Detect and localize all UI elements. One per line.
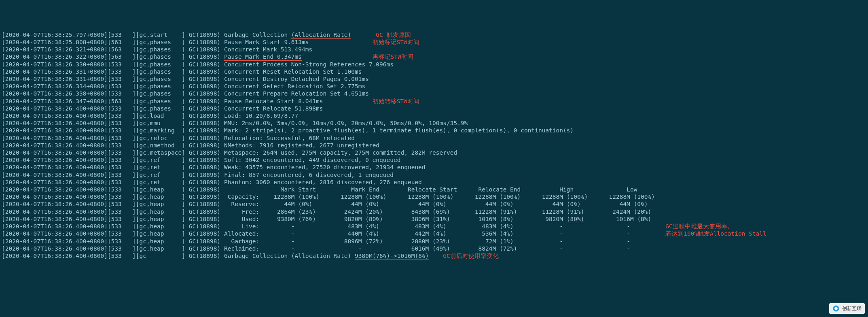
log-line: [2020-04-07T16:38:26.400+0800][533 ][gc,… bbox=[2, 245, 866, 252]
log-text: Capacity: 12288M (100%) 12288M (100%) 12… bbox=[224, 194, 655, 200]
highlighted-value: Pause Mark Start 9.613ms bbox=[224, 39, 309, 46]
log-line: [2020-04-07T16:38:26.400+0800][533 ][gc,… bbox=[2, 193, 866, 200]
log-timestamp: [2020-04-07T16:38:26.400+0800][533 ] bbox=[2, 238, 136, 245]
log-line: [2020-04-07T16:38:26.400+0800][533 ][gc,… bbox=[2, 164, 866, 171]
log-text: MMU: 2ms/0.0%, 5ms/0.0%, 10ms/0.0%, 20ms… bbox=[224, 120, 468, 126]
log-line: [2020-04-07T16:38:26.400+0800][533 ][gc,… bbox=[2, 119, 866, 127]
log-tag: [gc,heap ] bbox=[136, 223, 185, 230]
log-text: Live: - 483M (4%) 483M (4%) 483M (4%) - … bbox=[224, 223, 630, 230]
gc-id: GC(18898) bbox=[185, 32, 224, 38]
gc-id: GC(18898) bbox=[185, 230, 224, 237]
gc-log-output: [2020-04-07T16:38:25.797+0800][533 ][gc,… bbox=[2, 31, 866, 260]
log-timestamp: [2020-04-07T16:38:26.400+0800][533 ] bbox=[2, 194, 136, 200]
log-tag: [gc,ref ] bbox=[136, 179, 185, 185]
watermark-logo-icon bbox=[832, 305, 840, 312]
annotation: 初始转移STW时间 bbox=[323, 98, 419, 104]
log-line: [2020-04-07T16:38:25.808+0800][563 ][gc,… bbox=[2, 38, 866, 46]
log-timestamp: [2020-04-07T16:38:26.347+0800][563 ] bbox=[2, 98, 136, 104]
log-timestamp: [2020-04-07T16:38:26.322+0800][563 ] bbox=[2, 53, 136, 60]
log-text: Mark Start Mark End Relocate Start Reloc… bbox=[224, 186, 637, 193]
log-tag: [gc,phases ] bbox=[136, 39, 185, 45]
log-timestamp: [2020-04-07T16:38:26.330+0800][533 ] bbox=[2, 61, 136, 68]
log-text: Relocation: Successful, 68M relocated bbox=[224, 135, 355, 141]
log-text: Allocated: - 440M (4%) 442M (4%) 536M (4… bbox=[224, 230, 630, 237]
log-line: [2020-04-07T16:38:26.400+0800][533 ][gc,… bbox=[2, 142, 866, 149]
gc-id: GC(18898) bbox=[185, 105, 224, 112]
log-text: Final: 857 encountered, 6 discovered, 1 … bbox=[224, 172, 394, 178]
log-line: [2020-04-07T16:38:26.400+0800][533 ][gc,… bbox=[2, 186, 866, 193]
log-text: Weak: 43575 encountered, 27520 discovere… bbox=[224, 164, 426, 170]
log-timestamp: [2020-04-07T16:38:26.400+0800][533 ] bbox=[2, 149, 136, 156]
log-timestamp: [2020-04-07T16:38:26.400+0800][533 ] bbox=[2, 201, 136, 207]
log-text: NMethods: 7916 registered, 2677 unregist… bbox=[224, 142, 379, 149]
gc-id: GC(18898) bbox=[185, 149, 224, 156]
log-tag: [gc,heap ] bbox=[136, 186, 185, 193]
svg-point-1 bbox=[834, 307, 838, 310]
gc-id: GC(18898) bbox=[185, 186, 224, 193]
log-timestamp: [2020-04-07T16:38:26.400+0800][533 ] bbox=[2, 113, 136, 119]
log-timestamp: [2020-04-07T16:38:26.334+0800][533 ] bbox=[2, 83, 136, 89]
log-text: Concurrent Prepare Relocation Set 4.651m… bbox=[224, 90, 369, 97]
log-timestamp: [2020-04-07T16:38:26.400+0800][533 ] bbox=[2, 245, 136, 252]
log-timestamp: [2020-04-07T16:38:26.400+0800][533 ] bbox=[2, 105, 136, 112]
log-tag: [gc,phases ] bbox=[136, 46, 185, 53]
gc-id: GC(18898) bbox=[185, 46, 224, 53]
annotation: GC过程中堆最大使用率, bbox=[630, 223, 731, 230]
log-line: [2020-04-07T16:38:26.400+0800][533 ][gc,… bbox=[2, 105, 866, 112]
gc-id: GC(18898) bbox=[185, 53, 224, 60]
annotation: 若达到100%触发Allocation Stall bbox=[630, 230, 766, 237]
log-text: Concurrent Reset Relocation Set 1.100ms bbox=[224, 68, 362, 75]
log-tag: [gc,phases ] bbox=[136, 105, 185, 112]
gc-id: GC(18898) bbox=[185, 142, 224, 149]
gc-id: GC(18898) bbox=[185, 113, 224, 119]
log-timestamp: [2020-04-07T16:38:26.338+0800][533 ] bbox=[2, 90, 136, 97]
log-text: Used: 9380M (76%) 9820M (80%) 3806M (31%… bbox=[224, 216, 567, 222]
gc-id: GC(18898) bbox=[185, 208, 224, 215]
highlighted-value: Pause Relocate Start 8.041ms bbox=[224, 98, 323, 105]
log-text: Concurrent Select Relocation Set 2.775ms bbox=[224, 83, 365, 89]
log-tag: [gc,phases ] bbox=[136, 68, 185, 75]
log-tag: [gc,ref ] bbox=[136, 164, 185, 170]
watermark-text: 创新互联 bbox=[842, 305, 862, 312]
log-timestamp: [2020-04-07T16:38:26.400+0800][533 ] bbox=[2, 186, 136, 193]
log-line: [2020-04-07T16:38:26.400+0800][533 ][gc,… bbox=[2, 200, 866, 208]
gc-id: GC(18898) bbox=[185, 127, 224, 134]
log-text: Garbage: - 8896M (72%) 2880M (23%) 72M (… bbox=[224, 238, 630, 245]
log-line: [2020-04-07T16:38:26.322+0800][563 ][gc,… bbox=[2, 53, 866, 60]
gc-id: GC(18898) bbox=[185, 164, 224, 170]
log-tag: [gc,start ] bbox=[136, 32, 185, 38]
gc-id: GC(18898) bbox=[185, 39, 224, 45]
log-timestamp: [2020-04-07T16:38:26.400+0800][533 ] bbox=[2, 127, 136, 134]
log-line: [2020-04-07T16:38:26.347+0800][563 ][gc,… bbox=[2, 98, 866, 105]
gc-id: GC(18898) bbox=[185, 194, 224, 200]
log-tag: [gc,phases ] bbox=[136, 83, 185, 89]
log-text: 1016M (8%) bbox=[584, 216, 651, 222]
log-line: [2020-04-07T16:38:26.400+0800][533 ][gc,… bbox=[2, 215, 866, 223]
log-text: Concurrent Destroy Detached Pages 0.001m… bbox=[224, 76, 369, 82]
gc-id: GC(18898) bbox=[185, 135, 224, 141]
log-tag: [gc,heap ] bbox=[136, 194, 185, 200]
log-line: [2020-04-07T16:38:26.331+0800][533 ][gc,… bbox=[2, 68, 866, 75]
annotation: GC 触发原因 bbox=[351, 32, 411, 38]
log-line: [2020-04-07T16:38:26.400+0800][533 ][gc,… bbox=[2, 127, 866, 134]
log-text: Concurrent Process Non-Strong References… bbox=[224, 61, 394, 68]
log-timestamp: [2020-04-07T16:38:26.400+0800][533 ] bbox=[2, 216, 136, 222]
annotation: 初始标记STW时间 bbox=[309, 39, 419, 45]
gc-id: GC(18898) bbox=[185, 76, 224, 82]
log-line: [2020-04-07T16:38:26.400+0800][533 ][gc,… bbox=[2, 149, 866, 156]
gc-id: GC(18898) bbox=[185, 238, 224, 245]
log-timestamp: [2020-04-07T16:38:26.400+0800][533 ] bbox=[2, 253, 136, 259]
gc-id: GC(18898) bbox=[185, 157, 224, 163]
log-timestamp: [2020-04-07T16:38:26.400+0800][533 ] bbox=[2, 223, 136, 230]
log-timestamp: [2020-04-07T16:38:26.400+0800][533 ] bbox=[2, 164, 136, 170]
log-tag: [gc ] bbox=[136, 253, 185, 259]
log-text: Load: 10.20/8.69/8.77 bbox=[224, 113, 298, 119]
log-tag: [gc,reloc ] bbox=[136, 135, 185, 141]
log-line: [2020-04-07T16:38:26.400+0800][533 ][gc,… bbox=[2, 171, 866, 179]
gc-id: GC(18898) bbox=[185, 179, 224, 185]
gc-id: GC(18898) bbox=[185, 68, 224, 75]
log-timestamp: [2020-04-07T16:38:26.400+0800][533 ] bbox=[2, 179, 136, 185]
highlighted-value: (Allocation Rate) bbox=[291, 32, 351, 39]
log-line: [2020-04-07T16:38:26.400+0800][533 ][gc,… bbox=[2, 112, 866, 119]
log-line: [2020-04-07T16:38:26.400+0800][533 ][gc,… bbox=[2, 238, 866, 245]
